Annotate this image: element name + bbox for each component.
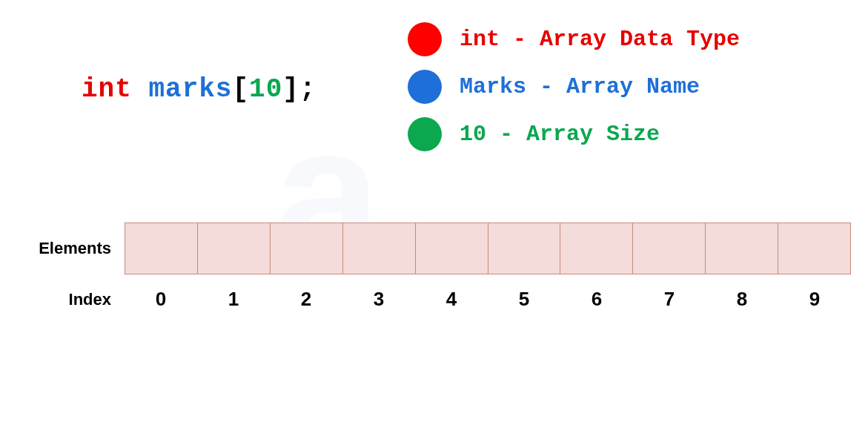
array-cell (271, 223, 343, 274)
array-cell (416, 223, 488, 274)
declaration-size: 10 (249, 74, 282, 105)
index-value: 7 (633, 288, 706, 311)
elements-row: Elements (13, 223, 851, 274)
declaration-name: marks (148, 74, 232, 105)
index-value: 0 (125, 288, 197, 311)
array-declaration: int marks[10]; (82, 74, 317, 105)
legend-row-datatype: int - Array Data Type (408, 22, 740, 56)
index-value: 5 (488, 288, 560, 311)
array-visualization: Elements Index 0 1 2 3 4 5 6 7 8 9 (13, 223, 851, 311)
index-label: Index (13, 290, 125, 309)
circle-icon (408, 70, 442, 104)
array-cells (125, 223, 851, 274)
declaration-open-bracket: [ (232, 74, 249, 105)
array-cell (706, 223, 778, 274)
index-value: 9 (778, 288, 851, 311)
array-cell (488, 223, 561, 274)
array-cell (633, 223, 706, 274)
index-value: 8 (706, 288, 778, 311)
index-row: Index 0 1 2 3 4 5 6 7 8 9 (13, 288, 851, 311)
declaration-semicolon: ; (299, 74, 317, 105)
index-value: 2 (270, 288, 342, 311)
declaration-close-bracket: ] (282, 74, 299, 105)
legend: int - Array Data Type Marks - Array Name… (408, 22, 740, 151)
elements-label: Elements (13, 239, 125, 258)
index-value: 3 (342, 288, 415, 311)
array-cell (560, 223, 633, 274)
legend-label: Marks - Array Name (460, 74, 700, 99)
legend-row-name: Marks - Array Name (408, 70, 740, 104)
array-cell (778, 223, 850, 274)
legend-row-size: 10 - Array Size (408, 117, 740, 151)
index-values: 0 1 2 3 4 5 6 7 8 9 (125, 288, 851, 311)
circle-icon (408, 117, 442, 151)
array-cell (343, 223, 416, 274)
array-cell (125, 223, 198, 274)
index-value: 6 (560, 288, 633, 311)
circle-icon (408, 22, 442, 56)
array-cell (198, 223, 271, 274)
legend-label: int - Array Data Type (460, 27, 740, 52)
declaration-type: int (82, 74, 132, 105)
index-value: 1 (197, 288, 270, 311)
legend-label: 10 - Array Size (460, 122, 660, 147)
index-value: 4 (415, 288, 488, 311)
